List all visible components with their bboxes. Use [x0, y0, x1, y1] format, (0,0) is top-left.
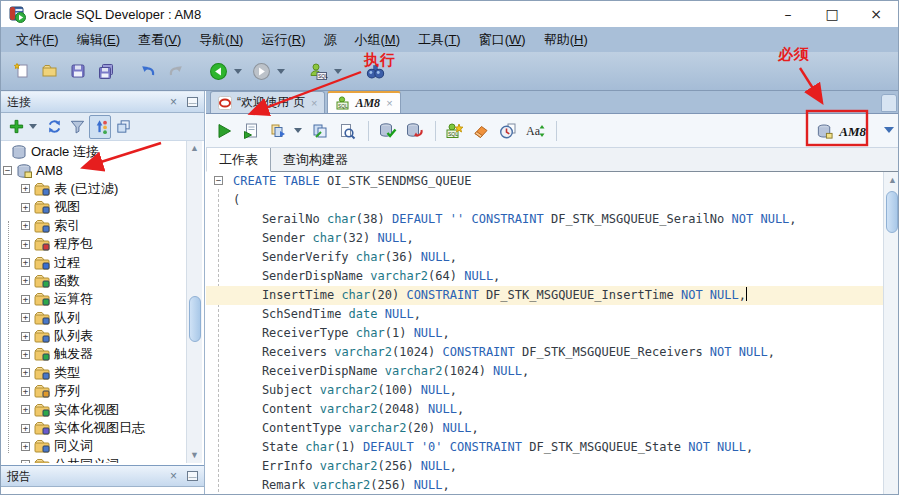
tree-item-0[interactable]: + 表 (已过滤): [1, 180, 187, 198]
save-all-button[interactable]: [93, 58, 119, 84]
code-line-3[interactable]: SerailNo char(38) DEFAULT '' CONSTRAINT …: [206, 210, 883, 229]
tree-item-9[interactable]: + 触发器: [1, 345, 187, 363]
expand-icon[interactable]: +: [21, 184, 30, 193]
tree-item-3[interactable]: + 程序包: [1, 235, 187, 253]
tree-item-10[interactable]: + 类型: [1, 364, 187, 382]
code-line-2[interactable]: (: [206, 191, 883, 210]
back-button[interactable]: [205, 58, 231, 84]
rollback-button[interactable]: [402, 118, 426, 144]
forward-button[interactable]: [248, 58, 274, 84]
maximize-button[interactable]: □: [810, 1, 854, 27]
expand-icon[interactable]: +: [21, 368, 30, 377]
code-line-13[interactable]: Content varchar2(2048) NULL,: [206, 400, 883, 419]
expand-icon[interactable]: +: [21, 424, 30, 433]
explain-plan-button[interactable]: [308, 118, 332, 144]
connections-dropdown[interactable]: [334, 69, 342, 74]
subtab-worksheet[interactable]: 工作表: [206, 148, 271, 172]
editor-scrollbar-thumb[interactable]: [886, 191, 898, 233]
tree-item-7[interactable]: + 队列: [1, 309, 187, 327]
menu-item-7[interactable]: 工具(T): [409, 28, 470, 52]
add-connection-dropdown[interactable]: [29, 124, 37, 129]
expand-icon[interactable]: +: [21, 387, 30, 396]
save-button[interactable]: [65, 58, 91, 84]
search-button[interactable]: [362, 58, 388, 84]
connection-selector[interactable]: AM8: [810, 118, 872, 145]
run-statement-button[interactable]: [212, 118, 236, 144]
expand-icon[interactable]: +: [21, 405, 30, 414]
tab-welcome[interactable]: “欢迎使用”页 ×: [210, 91, 325, 113]
tree-item-11[interactable]: + 序列: [1, 382, 187, 400]
tree-scrollbar-thumb[interactable]: [189, 296, 201, 342]
code-line-10[interactable]: Receivers varchar2(1024) CONSTRAINT DF_S…: [206, 343, 883, 362]
sort-button[interactable]: [89, 115, 111, 139]
autotrace-dropdown[interactable]: [294, 128, 302, 133]
sql-code-editor[interactable]: − CREATE TABLE OI_STK_SENDMSG_QUEUE( Ser…: [206, 172, 883, 495]
tab-am8[interactable]: SQL AM8 ×: [327, 91, 400, 113]
expand-icon[interactable]: +: [21, 332, 30, 341]
reports-minimize-icon[interactable]: —: [187, 471, 198, 481]
back-dropdown[interactable]: [234, 69, 242, 74]
tab-am8-close-icon[interactable]: ×: [386, 97, 392, 109]
code-line-6[interactable]: SenderDispName varchar2(64) NULL,: [206, 267, 883, 286]
code-line-5[interactable]: SenderVerify char(36) NULL,: [206, 248, 883, 267]
code-line-14[interactable]: ContentType varchar2(20) NULL,: [206, 419, 883, 438]
tree-item-oracle-connections[interactable]: Oracle 连接: [1, 143, 187, 161]
tree-item-13[interactable]: + 实体化视图日志: [1, 419, 187, 437]
open-file-button[interactable]: [37, 58, 63, 84]
undo-button[interactable]: [135, 58, 161, 84]
tree-item-2[interactable]: + 索引: [1, 217, 187, 235]
menu-item-6[interactable]: 小组(M): [346, 28, 410, 52]
editor-scrollbar[interactable]: ▲: [883, 172, 899, 495]
tuning-advisor-button[interactable]: [335, 118, 359, 144]
menu-item-3[interactable]: 导航(N): [190, 28, 252, 52]
reports-close-icon[interactable]: ×: [170, 469, 177, 483]
refresh-button[interactable]: [43, 115, 65, 139]
commit-button[interactable]: [375, 118, 399, 144]
expand-icon[interactable]: +: [21, 350, 30, 359]
code-line-7[interactable]: InsertTime char(20) CONSTRAINT DF_STK_MS…: [206, 286, 883, 305]
tree-item-4[interactable]: + 过程: [1, 253, 187, 271]
expand-icon[interactable]: +: [21, 240, 30, 249]
code-line-8[interactable]: SchSendTime date NULL,: [206, 305, 883, 324]
code-line-4[interactable]: Sender char(32) NULL,: [206, 229, 883, 248]
autotrace-button[interactable]: [266, 118, 290, 144]
expand-icon[interactable]: +: [21, 313, 30, 322]
menu-item-4[interactable]: 运行(R): [252, 28, 314, 52]
sql-history-button[interactable]: [496, 118, 520, 144]
connections-minimize-icon[interactable]: —: [187, 97, 198, 107]
run-script-button[interactable]: [239, 118, 263, 144]
tree-item-1[interactable]: + 视图: [1, 198, 187, 216]
code-line-15[interactable]: State char(1) DEFAULT '0' CONSTRAINT DF_…: [206, 438, 883, 457]
forward-dropdown[interactable]: [277, 69, 285, 74]
tree-item-15[interactable]: + 公共同义词: [1, 456, 187, 463]
tree-item-5[interactable]: + 函数: [1, 272, 187, 290]
filter-button[interactable]: [66, 115, 88, 139]
expand-icon[interactable]: +: [21, 221, 30, 230]
copy-button[interactable]: [112, 115, 134, 139]
close-button[interactable]: ×: [854, 1, 898, 27]
menu-item-5[interactable]: 源: [315, 28, 346, 52]
subtab-query-builder[interactable]: 查询构建器: [271, 148, 360, 171]
tree-item-12[interactable]: + 实体化视图: [1, 400, 187, 418]
menu-item-9[interactable]: 帮助(H): [535, 28, 597, 52]
redo-button[interactable]: [163, 58, 189, 84]
tree-item-14[interactable]: + 同义词: [1, 437, 187, 455]
tree-item-8[interactable]: + 队列表: [1, 327, 187, 345]
tree-scrollbar[interactable]: ▲ ▼: [186, 141, 202, 463]
new-file-button[interactable]: [9, 58, 35, 84]
expand-icon[interactable]: +: [21, 203, 30, 212]
tree-scroll-down-icon[interactable]: ▼: [189, 450, 200, 461]
connections-close-icon[interactable]: ×: [170, 95, 177, 109]
expand-icon[interactable]: +: [21, 295, 30, 304]
menu-item-8[interactable]: 窗口(W): [470, 28, 535, 52]
code-line-9[interactable]: ReceiverType char(1) NULL,: [206, 324, 883, 343]
code-line-11[interactable]: ReceiverDispName varchar2(1024) NULL,: [206, 362, 883, 381]
tree-item-am8-connection[interactable]: − AM8: [1, 161, 187, 179]
tab-overflow-button[interactable]: [881, 94, 897, 112]
expand-icon[interactable]: +: [21, 442, 30, 451]
expand-icon[interactable]: +: [21, 460, 30, 463]
editor-scroll-up-icon[interactable]: ▲: [887, 175, 898, 186]
unshared-worksheet-button[interactable]: SQL: [442, 118, 466, 144]
menu-item-0[interactable]: 文件(F): [7, 28, 68, 52]
collapse-icon[interactable]: −: [3, 166, 12, 175]
